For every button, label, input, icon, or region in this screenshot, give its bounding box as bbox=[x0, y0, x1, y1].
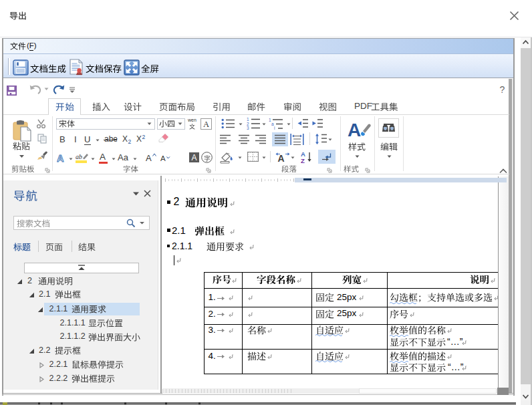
svg-text:i: i bbox=[274, 126, 275, 130]
svg-text:Z: Z bbox=[301, 157, 305, 164]
svg-text:A: A bbox=[277, 153, 284, 164]
svg-text:A: A bbox=[57, 153, 64, 164]
svg-text:A: A bbox=[348, 120, 361, 140]
svg-text:3: 3 bbox=[247, 126, 249, 130]
svg-text:A: A bbox=[203, 120, 209, 129]
svg-text:ab: ab bbox=[76, 153, 82, 160]
